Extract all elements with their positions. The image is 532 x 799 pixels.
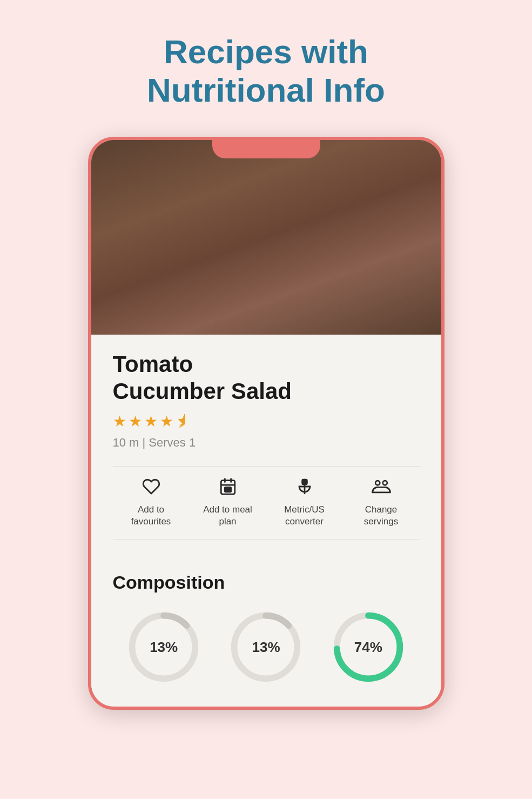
- svg-rect-4: [225, 488, 231, 492]
- phone-notch: [212, 140, 320, 158]
- star-1: ★: [113, 412, 126, 430]
- chart-carbs: 74%: [331, 609, 406, 685]
- star-half: ⯨: [176, 412, 191, 430]
- svg-point-8: [375, 481, 380, 485]
- chart-percent-1: 13%: [150, 638, 178, 655]
- chart-percent-3: 74%: [354, 638, 382, 655]
- change-servings-button[interactable]: Changeservings: [343, 477, 420, 528]
- star-4: ★: [160, 412, 173, 430]
- add-to-meal-plan-button[interactable]: Add to mealplan: [190, 477, 266, 528]
- content-area: Tomato Cucumber Salad ★ ★ ★ ★ ⯨ 10 m | S…: [91, 335, 441, 556]
- recipe-meta: 10 m | Serves 1: [113, 436, 420, 450]
- svg-point-7: [303, 481, 305, 483]
- chart-fat: 13%: [228, 609, 304, 685]
- heart-icon: [142, 477, 160, 498]
- star-3: ★: [144, 412, 158, 430]
- servings-icon: [371, 477, 392, 498]
- page-title: Recipes with Nutritional Info: [147, 32, 385, 110]
- servings-label: Changeservings: [364, 504, 398, 528]
- svg-point-9: [382, 481, 387, 485]
- charts-row: 13% 13%: [113, 609, 420, 685]
- metric-converter-button[interactable]: Metric/USconverter: [266, 477, 343, 528]
- meal-plan-label: Add to mealplan: [203, 504, 252, 528]
- recipe-title: Tomato Cucumber Salad: [113, 351, 420, 405]
- add-to-favourites-button[interactable]: Add tofavourites: [113, 477, 190, 528]
- action-buttons-row: Add tofavourites Add to mealplan: [113, 466, 420, 539]
- donut-fat: 13%: [228, 609, 304, 685]
- phone-frame: Tomato Cucumber Salad ★ ★ ★ ★ ⯨ 10 m | S…: [88, 137, 445, 710]
- converter-label: Metric/USconverter: [284, 504, 325, 528]
- composition-section: Composition 13%: [91, 556, 441, 707]
- chart-protein: 13%: [126, 609, 201, 685]
- scale-icon: [295, 477, 314, 498]
- favourites-label: Add tofavourites: [131, 504, 171, 528]
- food-image: [91, 140, 441, 335]
- chart-percent-2: 13%: [252, 638, 280, 655]
- star-rating: ★ ★ ★ ★ ⯨: [113, 412, 420, 430]
- calendar-icon: [219, 477, 237, 498]
- donut-carbs: 74%: [331, 609, 406, 685]
- donut-protein: 13%: [126, 609, 201, 685]
- composition-title: Composition: [113, 572, 420, 593]
- star-2: ★: [129, 412, 142, 430]
